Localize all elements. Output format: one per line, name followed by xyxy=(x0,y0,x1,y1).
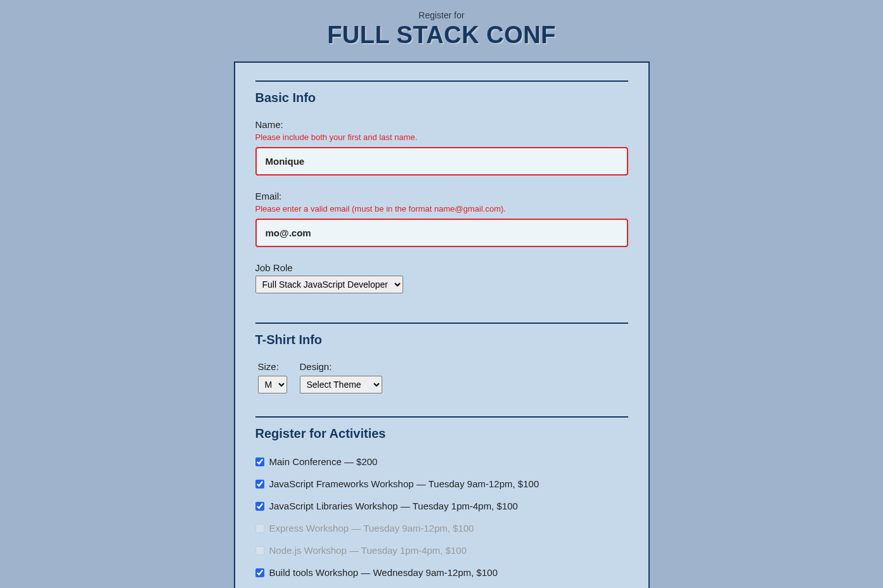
size-select[interactable]: M xyxy=(258,376,287,393)
activity-checkbox[interactable] xyxy=(255,568,264,577)
activity-row[interactable]: JavaScript Libraries Workshop — Tuesday … xyxy=(255,501,628,511)
tshirt-row: Size: M Design: Select Theme xyxy=(255,361,628,393)
name-field-group: Name: Please include both your first and… xyxy=(255,119,628,176)
basic-info-title: Basic Info xyxy=(255,91,628,105)
name-label: Name: xyxy=(255,119,628,130)
email-input[interactable] xyxy=(255,219,628,247)
activities-title: Register for Activities xyxy=(255,426,628,441)
activity-row[interactable]: JavaScript Frameworks Workshop — Tuesday… xyxy=(255,478,628,489)
job-role-select[interactable]: Full Stack JavaScript Developer xyxy=(255,276,403,293)
name-input[interactable] xyxy=(255,147,628,176)
design-label: Design: xyxy=(300,361,382,372)
page-title: FULL STACK CONF xyxy=(0,22,883,49)
activity-label: Express Workshop — Tuesday 9am-12pm, $10… xyxy=(269,523,474,534)
activity-label: Build tools Workshop — Wednesday 9am-12p… xyxy=(269,567,498,578)
activity-row[interactable]: Build tools Workshop — Wednesday 9am-12p… xyxy=(255,567,628,578)
activity-checkbox xyxy=(255,524,264,533)
activities-list: Main Conference — $200JavaScript Framewo… xyxy=(255,456,628,578)
design-col: Design: Select Theme xyxy=(300,361,382,393)
activity-checkbox[interactable] xyxy=(255,480,264,489)
name-error: Please include both your first and last … xyxy=(255,132,628,142)
email-field-group: Email: Please enter a valid email (must … xyxy=(255,191,628,247)
tshirt-title: T-Shirt Info xyxy=(255,333,628,347)
page-header: Register for FULL STACK CONF xyxy=(0,0,883,61)
activity-label: Main Conference — $200 xyxy=(269,456,378,467)
activity-label: JavaScript Frameworks Workshop — Tuesday… xyxy=(269,478,539,489)
activity-label: Node.js Workshop — Tuesday 1pm-4pm, $100 xyxy=(269,545,467,556)
activity-checkbox[interactable] xyxy=(255,502,264,511)
job-label: Job Role xyxy=(255,262,628,273)
activity-row: Node.js Workshop — Tuesday 1pm-4pm, $100 xyxy=(255,545,628,556)
pretitle: Register for xyxy=(0,10,883,20)
activities-section: Register for Activities Main Conference … xyxy=(255,416,628,588)
activity-checkbox[interactable] xyxy=(255,457,264,466)
activity-checkbox xyxy=(255,546,264,555)
size-col: Size: M xyxy=(258,361,287,393)
tshirt-section: T-Shirt Info Size: M Design: Select Them… xyxy=(255,323,628,393)
email-label: Email: xyxy=(255,191,628,201)
activity-row[interactable]: Main Conference — $200 xyxy=(255,456,628,467)
email-error: Please enter a valid email (must be in t… xyxy=(255,204,628,214)
basic-info-section: Basic Info Name: Please include both you… xyxy=(255,80,628,300)
activity-row: Express Workshop — Tuesday 9am-12pm, $10… xyxy=(255,523,628,534)
size-label: Size: xyxy=(258,361,287,372)
job-field-group: Job Role Full Stack JavaScript Developer xyxy=(255,262,628,293)
design-select[interactable]: Select Theme xyxy=(300,376,382,393)
registration-form: Basic Info Name: Please include both you… xyxy=(234,61,650,588)
activity-label: JavaScript Libraries Workshop — Tuesday … xyxy=(269,501,518,511)
